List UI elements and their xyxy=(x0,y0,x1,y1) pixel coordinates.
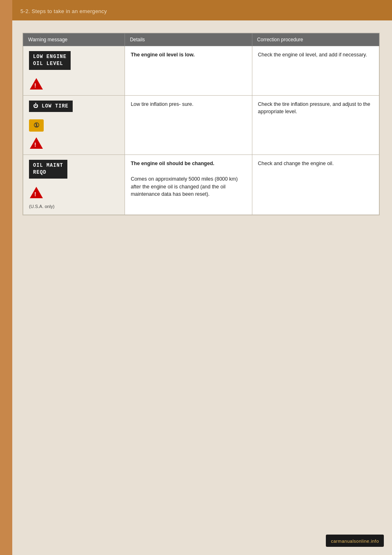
details-cell-3: The engine oil should be changed. Comes … xyxy=(125,155,252,215)
warning-message-cell-3: OIL MAINTREQD (U.S.A. only) xyxy=(23,155,125,215)
details-text-3b: Comes on approximately 5000 miles (8000 … xyxy=(131,176,238,197)
correction-cell-3: Check and change the engine oil. xyxy=(252,155,379,215)
details-text-1: The engine oil level is low. xyxy=(131,52,195,58)
icon-group-1: LOW ENGINEOIL LEVEL xyxy=(29,51,119,90)
correction-text-3: Check and change the engine oil. xyxy=(258,161,334,166)
warning-message-cell-2: ⏻ LOW TIRE ① xyxy=(23,95,125,155)
warning-display-1: LOW ENGINEOIL LEVEL xyxy=(29,51,71,70)
details-text-2a: Low tire inflation pres- xyxy=(131,101,180,107)
table-row: OIL MAINTREQD (U.S.A. only) The engine o… xyxy=(23,155,379,215)
warning-icon-2 xyxy=(29,137,44,150)
col-warning-message: Warning message xyxy=(23,34,125,46)
red-triangle-icon-2 xyxy=(30,137,43,149)
red-triangle-icon-3 xyxy=(30,187,43,198)
watermark: carmanualsonline.info xyxy=(326,535,384,547)
correction-cell-2: Check the tire inflation pressure, and a… xyxy=(252,95,379,155)
page-container: 5-2. Steps to take in an emergency Warni… xyxy=(0,0,392,555)
warning-display-3: OIL MAINTREQD xyxy=(29,160,67,179)
correction-cell-1: Check the engine oil level, and add if n… xyxy=(252,46,379,96)
col-correction: Correction procedure xyxy=(252,34,379,46)
warning-icon-3 xyxy=(29,186,44,199)
correction-text-1: Check the engine oil level, and add if n… xyxy=(258,52,367,58)
warning-table: Warning message Details Correction proce… xyxy=(23,33,379,215)
left-accent-bar xyxy=(0,0,12,555)
table-row: LOW ENGINEOIL LEVEL The engine oil level… xyxy=(23,46,379,96)
details-cell-1: The engine oil level is low. xyxy=(125,46,252,96)
tire-icon-wrap: ① xyxy=(29,119,44,132)
icon-group-3: OIL MAINTREQD (U.S.A. only) xyxy=(29,160,119,210)
details-cell-2: Low tire inflation pres- sure. xyxy=(125,95,252,155)
exclamation-circle-icon: ① xyxy=(33,121,39,130)
warning-icon-1 xyxy=(29,77,44,90)
icon-group-2: ⏻ LOW TIRE ① xyxy=(29,101,119,150)
warning-display-2: ⏻ LOW TIRE xyxy=(29,101,73,112)
section-header: 5-2. Steps to take in an emergency xyxy=(12,0,392,20)
watermark-text: carmanualsonline.info xyxy=(331,539,379,544)
warning-table-container: Warning message Details Correction proce… xyxy=(22,33,380,215)
col-details: Details xyxy=(125,34,252,46)
warning-message-cell-1: LOW ENGINEOIL LEVEL xyxy=(23,46,125,96)
section-title: 5-2. Steps to take in an emergency xyxy=(20,8,107,14)
red-triangle-icon-1 xyxy=(30,78,43,90)
correction-text-2: Check the tire inflation pressure, and a… xyxy=(258,101,370,115)
table-row: ⏻ LOW TIRE ① xyxy=(23,95,379,155)
details-text-2b: sure. xyxy=(182,101,194,107)
usa-only-label: (U.S.A. only) xyxy=(29,203,54,210)
details-text-3a: The engine oil should be changed. xyxy=(131,161,214,166)
content-area: 5-2. Steps to take in an emergency Warni… xyxy=(12,0,392,555)
